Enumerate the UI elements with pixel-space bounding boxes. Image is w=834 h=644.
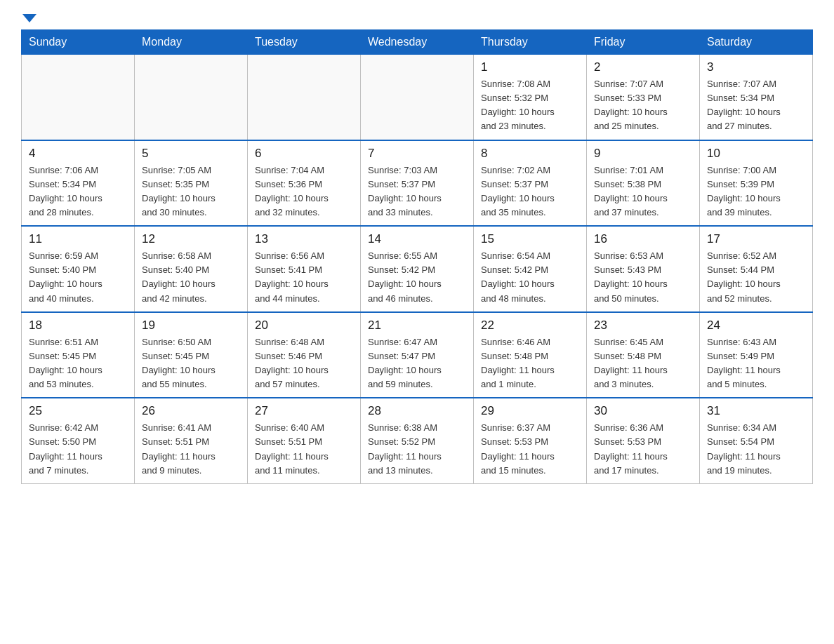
day-number: 9 [594, 147, 692, 161]
calendar-table: SundayMondayTuesdayWednesdayThursdayFrid… [21, 29, 813, 484]
calendar-cell: 1Sunrise: 7:08 AM Sunset: 5:32 PM Daylig… [474, 55, 587, 140]
day-number: 7 [368, 147, 466, 161]
day-info: Sunrise: 6:50 AM Sunset: 5:45 PM Dayligh… [142, 335, 240, 392]
calendar-cell: 16Sunrise: 6:53 AM Sunset: 5:43 PM Dayli… [587, 226, 700, 312]
day-number: 1 [481, 60, 579, 74]
day-number: 12 [142, 232, 240, 246]
day-number: 26 [142, 404, 240, 418]
day-info: Sunrise: 6:34 AM Sunset: 5:54 PM Dayligh… [707, 421, 805, 478]
day-info: Sunrise: 6:56 AM Sunset: 5:41 PM Dayligh… [255, 249, 353, 306]
calendar-cell [22, 55, 135, 140]
calendar-cell: 28Sunrise: 6:38 AM Sunset: 5:52 PM Dayli… [361, 398, 474, 483]
calendar-cell: 17Sunrise: 6:52 AM Sunset: 5:44 PM Dayli… [700, 226, 813, 312]
day-number: 28 [368, 404, 466, 418]
day-info: Sunrise: 6:53 AM Sunset: 5:43 PM Dayligh… [594, 249, 692, 306]
day-info: Sunrise: 6:41 AM Sunset: 5:51 PM Dayligh… [142, 421, 240, 478]
calendar-cell: 3Sunrise: 7:07 AM Sunset: 5:34 PM Daylig… [700, 55, 813, 140]
day-info: Sunrise: 6:51 AM Sunset: 5:45 PM Dayligh… [29, 335, 127, 392]
calendar-cell: 30Sunrise: 6:36 AM Sunset: 5:53 PM Dayli… [587, 398, 700, 483]
logo [21, 14, 37, 22]
calendar-cell: 20Sunrise: 6:48 AM Sunset: 5:46 PM Dayli… [248, 312, 361, 398]
calendar-cell: 4Sunrise: 7:06 AM Sunset: 5:34 PM Daylig… [22, 140, 135, 227]
day-info: Sunrise: 6:37 AM Sunset: 5:53 PM Dayligh… [481, 421, 579, 478]
calendar-cell: 31Sunrise: 6:34 AM Sunset: 5:54 PM Dayli… [700, 398, 813, 483]
calendar-cell: 9Sunrise: 7:01 AM Sunset: 5:38 PM Daylig… [587, 140, 700, 227]
day-info: Sunrise: 6:55 AM Sunset: 5:42 PM Dayligh… [368, 249, 466, 306]
calendar-week-2: 4Sunrise: 7:06 AM Sunset: 5:34 PM Daylig… [22, 140, 813, 227]
day-info: Sunrise: 7:06 AM Sunset: 5:34 PM Dayligh… [29, 163, 127, 220]
calendar-cell: 19Sunrise: 6:50 AM Sunset: 5:45 PM Dayli… [135, 312, 248, 398]
day-number: 13 [255, 232, 353, 246]
day-number: 23 [594, 318, 692, 333]
day-info: Sunrise: 6:45 AM Sunset: 5:48 PM Dayligh… [594, 335, 692, 392]
day-number: 2 [594, 60, 692, 74]
day-number: 19 [142, 318, 240, 333]
day-info: Sunrise: 6:54 AM Sunset: 5:42 PM Dayligh… [481, 249, 579, 306]
day-number: 29 [481, 404, 579, 418]
calendar-cell: 29Sunrise: 6:37 AM Sunset: 5:53 PM Dayli… [474, 398, 587, 483]
day-number: 31 [707, 404, 805, 418]
day-info: Sunrise: 6:38 AM Sunset: 5:52 PM Dayligh… [368, 421, 466, 478]
day-info: Sunrise: 6:59 AM Sunset: 5:40 PM Dayligh… [29, 249, 127, 306]
day-number: 27 [255, 404, 353, 418]
calendar-cell [248, 55, 361, 140]
header-sunday: Sunday [22, 30, 135, 55]
day-number: 3 [707, 60, 805, 74]
day-info: Sunrise: 7:00 AM Sunset: 5:39 PM Dayligh… [707, 163, 805, 220]
calendar-cell: 7Sunrise: 7:03 AM Sunset: 5:37 PM Daylig… [361, 140, 474, 227]
calendar-cell: 13Sunrise: 6:56 AM Sunset: 5:41 PM Dayli… [248, 226, 361, 312]
day-number: 14 [368, 232, 466, 246]
day-info: Sunrise: 7:01 AM Sunset: 5:38 PM Dayligh… [594, 163, 692, 220]
calendar-cell: 11Sunrise: 6:59 AM Sunset: 5:40 PM Dayli… [22, 226, 135, 312]
day-number: 6 [255, 147, 353, 161]
day-info: Sunrise: 6:36 AM Sunset: 5:53 PM Dayligh… [594, 421, 692, 478]
day-info: Sunrise: 7:03 AM Sunset: 5:37 PM Dayligh… [368, 163, 466, 220]
header-tuesday: Tuesday [248, 30, 361, 55]
day-number: 21 [368, 318, 466, 333]
calendar-cell: 22Sunrise: 6:46 AM Sunset: 5:48 PM Dayli… [474, 312, 587, 398]
day-info: Sunrise: 7:02 AM Sunset: 5:37 PM Dayligh… [481, 163, 579, 220]
day-number: 30 [594, 404, 692, 418]
header-monday: Monday [135, 30, 248, 55]
day-info: Sunrise: 7:04 AM Sunset: 5:36 PM Dayligh… [255, 163, 353, 220]
calendar-cell: 14Sunrise: 6:55 AM Sunset: 5:42 PM Dayli… [361, 226, 474, 312]
day-info: Sunrise: 7:05 AM Sunset: 5:35 PM Dayligh… [142, 163, 240, 220]
day-info: Sunrise: 6:52 AM Sunset: 5:44 PM Dayligh… [707, 249, 805, 306]
day-info: Sunrise: 6:43 AM Sunset: 5:49 PM Dayligh… [707, 335, 805, 392]
header-thursday: Thursday [474, 30, 587, 55]
calendar-week-1: 1Sunrise: 7:08 AM Sunset: 5:32 PM Daylig… [22, 55, 813, 140]
day-number: 10 [707, 147, 805, 161]
calendar-week-4: 18Sunrise: 6:51 AM Sunset: 5:45 PM Dayli… [22, 312, 813, 398]
day-number: 25 [29, 404, 127, 418]
day-number: 11 [29, 232, 127, 246]
calendar-cell: 10Sunrise: 7:00 AM Sunset: 5:39 PM Dayli… [700, 140, 813, 227]
calendar-cell: 26Sunrise: 6:41 AM Sunset: 5:51 PM Dayli… [135, 398, 248, 483]
calendar-cell: 18Sunrise: 6:51 AM Sunset: 5:45 PM Dayli… [22, 312, 135, 398]
calendar-cell: 5Sunrise: 7:05 AM Sunset: 5:35 PM Daylig… [135, 140, 248, 227]
calendar-cell: 24Sunrise: 6:43 AM Sunset: 5:49 PM Dayli… [700, 312, 813, 398]
day-info: Sunrise: 7:07 AM Sunset: 5:33 PM Dayligh… [594, 77, 692, 134]
logo-triangle-icon [22, 14, 37, 22]
day-number: 24 [707, 318, 805, 333]
calendar-cell: 27Sunrise: 6:40 AM Sunset: 5:51 PM Dayli… [248, 398, 361, 483]
day-number: 15 [481, 232, 579, 246]
calendar-cell [135, 55, 248, 140]
header-wednesday: Wednesday [361, 30, 474, 55]
calendar-header-row: SundayMondayTuesdayWednesdayThursdayFrid… [22, 30, 813, 55]
calendar-cell: 25Sunrise: 6:42 AM Sunset: 5:50 PM Dayli… [22, 398, 135, 483]
day-number: 4 [29, 147, 127, 161]
calendar-cell: 23Sunrise: 6:45 AM Sunset: 5:48 PM Dayli… [587, 312, 700, 398]
calendar-cell: 12Sunrise: 6:58 AM Sunset: 5:40 PM Dayli… [135, 226, 248, 312]
day-info: Sunrise: 6:48 AM Sunset: 5:46 PM Dayligh… [255, 335, 353, 392]
calendar-cell [361, 55, 474, 140]
calendar-cell: 15Sunrise: 6:54 AM Sunset: 5:42 PM Dayli… [474, 226, 587, 312]
day-info: Sunrise: 6:42 AM Sunset: 5:50 PM Dayligh… [29, 421, 127, 478]
calendar-cell: 21Sunrise: 6:47 AM Sunset: 5:47 PM Dayli… [361, 312, 474, 398]
header-saturday: Saturday [700, 30, 813, 55]
day-info: Sunrise: 7:08 AM Sunset: 5:32 PM Dayligh… [481, 77, 579, 134]
day-number: 16 [594, 232, 692, 246]
calendar-cell: 8Sunrise: 7:02 AM Sunset: 5:37 PM Daylig… [474, 140, 587, 227]
day-number: 5 [142, 147, 240, 161]
header-friday: Friday [587, 30, 700, 55]
day-number: 22 [481, 318, 579, 333]
